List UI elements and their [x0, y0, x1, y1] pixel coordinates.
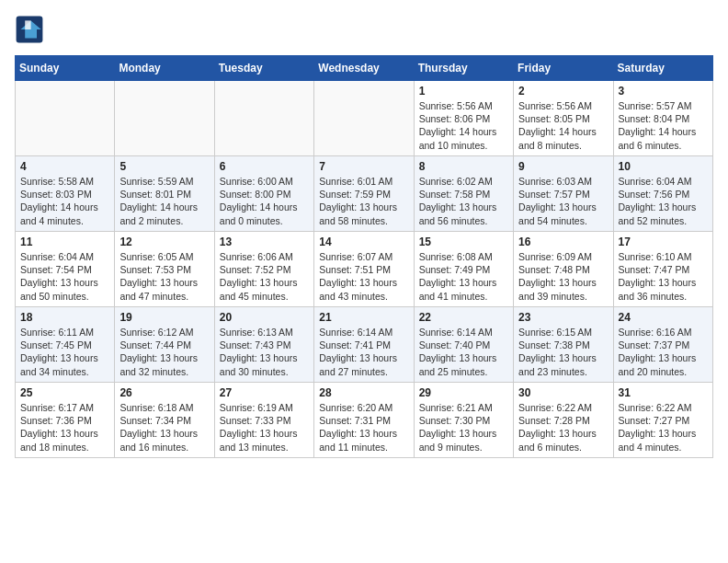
day-info: Sunrise: 6:12 AMSunset: 7:44 PMDaylight:… [119, 326, 209, 378]
sunrise-text: Sunrise: 6:21 AM [419, 401, 508, 414]
calendar-cell: 19Sunrise: 6:12 AMSunset: 7:44 PMDayligh… [115, 307, 214, 383]
weekday-sunday: Sunday [16, 56, 115, 81]
daylight-text: Daylight: 13 hours and 39 minutes. [518, 276, 608, 302]
sunrise-text: Sunrise: 6:04 AM [20, 250, 109, 263]
calendar-cell: 26Sunrise: 6:18 AMSunset: 7:34 PMDayligh… [115, 383, 214, 458]
daylight-text: Daylight: 14 hours and 0 minutes. [220, 201, 309, 226]
sunrise-text: Sunrise: 6:04 AM [619, 175, 708, 188]
day-number: 4 [20, 160, 109, 173]
sunrise-text: Sunrise: 6:05 AM [119, 250, 209, 263]
sunset-text: Sunset: 7:36 PM [20, 414, 109, 427]
daylight-text: Daylight: 13 hours and 36 minutes. [619, 276, 708, 302]
sunrise-text: Sunrise: 5:56 AM [419, 99, 508, 112]
weekday-friday: Friday [514, 56, 613, 81]
day-number: 12 [119, 236, 209, 248]
calendar-cell: 17Sunrise: 6:10 AMSunset: 7:47 PMDayligh… [613, 232, 712, 307]
calendar-table: SundayMondayTuesdayWednesdayThursdayFrid… [15, 55, 713, 458]
calendar-week-5: 25Sunrise: 6:17 AMSunset: 7:36 PMDayligh… [16, 383, 713, 458]
day-info: Sunrise: 5:57 AMSunset: 8:04 PMDaylight:… [619, 99, 708, 152]
daylight-text: Daylight: 13 hours and 20 minutes. [619, 351, 708, 377]
calendar-week-3: 11Sunrise: 6:04 AMSunset: 7:54 PMDayligh… [16, 232, 713, 307]
sunset-text: Sunset: 8:00 PM [220, 188, 309, 201]
day-number: 25 [20, 386, 109, 399]
calendar-cell: 21Sunrise: 6:14 AMSunset: 7:41 PMDayligh… [314, 307, 414, 383]
sunrise-text: Sunrise: 6:22 AM [518, 401, 608, 414]
calendar-cell [115, 81, 214, 156]
sunset-text: Sunset: 8:06 PM [419, 112, 508, 125]
sunset-text: Sunset: 7:47 PM [619, 263, 708, 276]
day-info: Sunrise: 5:56 AMSunset: 8:05 PMDaylight:… [518, 99, 608, 152]
calendar-cell: 16Sunrise: 6:09 AMSunset: 7:48 PMDayligh… [514, 232, 613, 307]
daylight-text: Daylight: 13 hours and 32 minutes. [119, 351, 209, 377]
calendar-cell: 27Sunrise: 6:19 AMSunset: 7:33 PMDayligh… [214, 383, 313, 458]
daylight-text: Daylight: 13 hours and 4 minutes. [619, 427, 708, 453]
sunrise-text: Sunrise: 6:11 AM [20, 326, 109, 339]
day-info: Sunrise: 6:04 AMSunset: 7:54 PMDaylight:… [20, 250, 109, 303]
calendar-cell: 31Sunrise: 6:22 AMSunset: 7:27 PMDayligh… [613, 383, 712, 458]
day-info: Sunrise: 6:02 AMSunset: 7:58 PMDaylight:… [419, 175, 508, 227]
calendar-cell: 24Sunrise: 6:16 AMSunset: 7:37 PMDayligh… [613, 307, 712, 383]
day-number: 22 [419, 311, 508, 324]
day-info: Sunrise: 6:06 AMSunset: 7:52 PMDaylight:… [220, 250, 309, 303]
day-info: Sunrise: 6:01 AMSunset: 7:59 PMDaylight:… [319, 175, 408, 227]
sunset-text: Sunset: 7:37 PM [619, 339, 708, 351]
day-number: 29 [419, 386, 508, 399]
calendar-cell: 3Sunrise: 5:57 AMSunset: 8:04 PMDaylight… [613, 81, 712, 156]
daylight-text: Daylight: 13 hours and 9 minutes. [419, 427, 508, 453]
day-number: 7 [319, 160, 408, 173]
sunset-text: Sunset: 7:51 PM [319, 263, 408, 276]
sunrise-text: Sunrise: 6:09 AM [518, 250, 608, 263]
sunrise-text: Sunrise: 5:57 AM [619, 99, 708, 112]
day-info: Sunrise: 6:14 AMSunset: 7:40 PMDaylight:… [419, 326, 508, 378]
day-number: 24 [619, 311, 708, 324]
day-number: 13 [220, 236, 309, 248]
calendar-cell: 22Sunrise: 6:14 AMSunset: 7:40 PMDayligh… [414, 307, 513, 383]
sunset-text: Sunset: 7:28 PM [518, 414, 608, 427]
sunrise-text: Sunrise: 6:14 AM [419, 326, 508, 339]
day-info: Sunrise: 6:14 AMSunset: 7:41 PMDaylight:… [319, 326, 408, 378]
day-info: Sunrise: 6:09 AMSunset: 7:48 PMDaylight:… [518, 250, 608, 303]
day-info: Sunrise: 6:07 AMSunset: 7:51 PMDaylight:… [319, 250, 408, 303]
day-info: Sunrise: 6:11 AMSunset: 7:45 PMDaylight:… [20, 326, 109, 378]
sunrise-text: Sunrise: 6:19 AM [220, 401, 309, 414]
day-info: Sunrise: 6:15 AMSunset: 7:38 PMDaylight:… [518, 326, 608, 378]
weekday-monday: Monday [115, 56, 214, 81]
sunset-text: Sunset: 7:40 PM [419, 339, 508, 351]
daylight-text: Daylight: 13 hours and 18 minutes. [20, 427, 109, 453]
calendar-cell: 20Sunrise: 6:13 AMSunset: 7:43 PMDayligh… [214, 307, 313, 383]
daylight-text: Daylight: 14 hours and 4 minutes. [20, 201, 109, 226]
sunrise-text: Sunrise: 6:01 AM [319, 175, 408, 188]
weekday-thursday: Thursday [414, 56, 513, 81]
day-number: 9 [518, 160, 608, 173]
logo [15, 15, 50, 44]
sunset-text: Sunset: 7:33 PM [220, 414, 309, 427]
daylight-text: Daylight: 14 hours and 6 minutes. [619, 125, 708, 151]
day-number: 18 [20, 311, 109, 324]
daylight-text: Daylight: 13 hours and 16 minutes. [119, 427, 209, 453]
calendar-cell [16, 81, 115, 156]
daylight-text: Daylight: 13 hours and 27 minutes. [319, 351, 408, 377]
day-info: Sunrise: 6:13 AMSunset: 7:43 PMDaylight:… [220, 326, 309, 378]
day-info: Sunrise: 5:59 AMSunset: 8:01 PMDaylight:… [119, 175, 209, 227]
sunset-text: Sunset: 7:27 PM [619, 414, 708, 427]
sunrise-text: Sunrise: 6:08 AM [419, 250, 508, 263]
day-number: 3 [619, 85, 708, 98]
daylight-text: Daylight: 13 hours and 43 minutes. [319, 276, 408, 302]
sunset-text: Sunset: 7:57 PM [518, 188, 608, 201]
day-number: 30 [518, 386, 608, 399]
day-info: Sunrise: 6:20 AMSunset: 7:31 PMDaylight:… [319, 401, 408, 454]
day-number: 1 [419, 85, 508, 98]
daylight-text: Daylight: 13 hours and 30 minutes. [220, 351, 309, 377]
day-info: Sunrise: 6:10 AMSunset: 7:47 PMDaylight:… [619, 250, 708, 303]
logo-icon [15, 15, 44, 44]
calendar-cell: 2Sunrise: 5:56 AMSunset: 8:05 PMDaylight… [514, 81, 613, 156]
daylight-text: Daylight: 13 hours and 45 minutes. [220, 276, 309, 302]
calendar-cell: 15Sunrise: 6:08 AMSunset: 7:49 PMDayligh… [414, 232, 513, 307]
svg-rect-2 [25, 20, 30, 29]
weekday-header-row: SundayMondayTuesdayWednesdayThursdayFrid… [16, 56, 713, 81]
day-number: 2 [518, 85, 608, 98]
day-info: Sunrise: 6:22 AMSunset: 7:27 PMDaylight:… [619, 401, 708, 454]
sunset-text: Sunset: 7:49 PM [419, 263, 508, 276]
daylight-text: Daylight: 14 hours and 10 minutes. [419, 125, 508, 151]
day-info: Sunrise: 6:04 AMSunset: 7:56 PMDaylight:… [619, 175, 708, 227]
